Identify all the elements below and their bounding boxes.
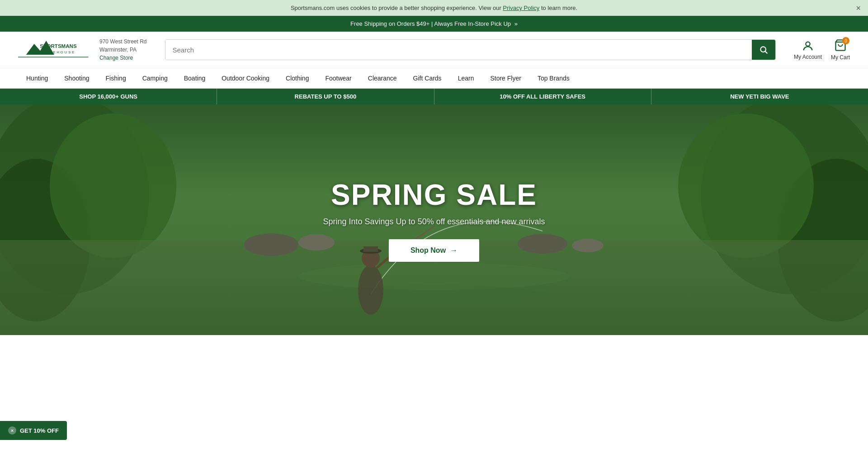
shipping-arrow: »	[514, 20, 518, 27]
nav-item-top-brands[interactable]: Top Brands	[529, 68, 578, 88]
main-nav: HuntingShootingFishingCampingBoatingOutd…	[0, 68, 868, 89]
nav-item-clothing[interactable]: Clothing	[278, 68, 317, 88]
promo-bar: SHOP 16,000+ GUNSREBATES UP TO $50010% O…	[0, 89, 868, 104]
svg-point-4	[760, 47, 766, 52]
cookie-text: Sportsmans.com uses cookies to provide a…	[291, 5, 503, 11]
hero-content: SPRING SALE Spring Into Savings Up to 50…	[323, 178, 545, 262]
shop-now-label: Shop Now	[410, 246, 446, 255]
nav-item-boating[interactable]: Boating	[176, 68, 213, 88]
shipping-banner: Free Shipping on Orders $49+ | Always Fr…	[0, 16, 868, 32]
nav-item-camping[interactable]: Camping	[134, 68, 176, 88]
hero-section: SPRING SALE Spring Into Savings Up to 50…	[0, 104, 868, 335]
logo-svg: SPORTSMANS WAREHOUSE	[18, 36, 90, 63]
svg-rect-3	[18, 57, 89, 57]
logo-area[interactable]: SPORTSMANS WAREHOUSE	[18, 36, 90, 63]
cart-label: My Cart	[831, 54, 850, 61]
store-info: 970 West Street Rd Warminster, PA Change…	[99, 38, 147, 62]
promo-item-safes[interactable]: 10% OFF ALL LIBERTY SAFES	[434, 89, 651, 104]
header: SPORTSMANS WAREHOUSE 970 West Street Rd …	[0, 32, 868, 68]
search-button[interactable]	[752, 40, 775, 60]
nav-item-footwear[interactable]: Footwear	[317, 68, 359, 88]
nav-item-gift-cards[interactable]: Gift Cards	[405, 68, 450, 88]
promo-item-guns[interactable]: SHOP 16,000+ GUNS	[0, 89, 217, 104]
nav-item-fishing[interactable]: Fishing	[98, 68, 134, 88]
promo-item-rebates[interactable]: REBATES UP TO $500	[217, 89, 434, 104]
cookie-banner: Sportsmans.com uses cookies to provide a…	[0, 0, 868, 16]
search-input[interactable]	[165, 40, 752, 60]
shipping-text: Free Shipping on Orders $49+ | Always Fr…	[350, 20, 511, 27]
privacy-policy-link[interactable]: Privacy Policy	[503, 5, 539, 11]
nav-item-store-flyer[interactable]: Store Flyer	[482, 68, 529, 88]
svg-point-22	[358, 265, 383, 315]
cart-area[interactable]: 0 My Cart	[831, 39, 850, 61]
cart-badge: 0	[842, 37, 849, 44]
svg-text:SPORTSMANS: SPORTSMANS	[40, 43, 77, 49]
svg-line-5	[765, 52, 768, 54]
svg-point-19	[572, 239, 604, 252]
search-icon	[759, 45, 768, 54]
nav-item-learn[interactable]: Learn	[450, 68, 482, 88]
promo-item-yeti[interactable]: NEW YETI BIG WAVE	[651, 89, 868, 104]
search-area	[165, 39, 776, 60]
hero-title: SPRING SALE	[323, 178, 545, 212]
cookie-close-button[interactable]: ×	[856, 3, 861, 13]
nav-item-shooting[interactable]: Shooting	[56, 68, 97, 88]
svg-point-21	[321, 285, 547, 303]
account-label: My Account	[794, 54, 822, 60]
account-area[interactable]: My Account	[794, 40, 822, 60]
shop-now-arrow: →	[450, 246, 458, 255]
svg-point-16	[244, 233, 298, 256]
nav-item-outdoor-cooking[interactable]: Outdoor Cooking	[213, 68, 278, 88]
store-address-line1: 970 West Street Rd	[99, 38, 147, 46]
svg-point-11	[50, 113, 176, 258]
hero-subtitle: Spring Into Savings Up to 50% off essent…	[323, 217, 545, 227]
nav-item-clearance[interactable]: Clearance	[360, 68, 405, 88]
nav-item-hunting[interactable]: Hunting	[18, 68, 56, 88]
svg-point-14	[678, 113, 814, 258]
cookie-text-suffix: to learn more.	[541, 5, 577, 11]
change-store-link[interactable]: Change Store	[99, 55, 133, 61]
store-address-line2: Warminster, PA	[99, 46, 147, 54]
shop-now-button[interactable]: Shop Now →	[389, 239, 479, 262]
account-icon	[802, 40, 814, 52]
svg-text:WAREHOUSE: WAREHOUSE	[41, 50, 75, 54]
svg-point-6	[806, 42, 810, 46]
